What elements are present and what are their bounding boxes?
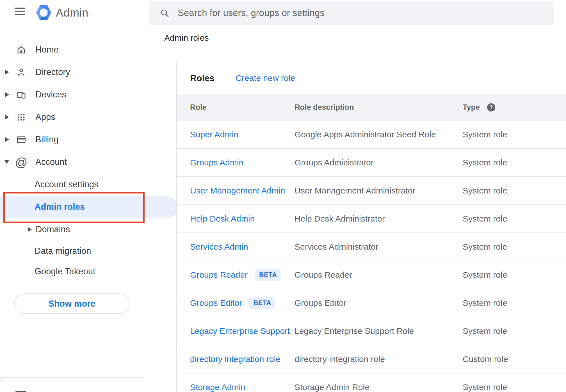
- role-description: Services Administrator: [295, 242, 463, 252]
- role-link[interactable]: directory integration role: [190, 354, 280, 364]
- global-search-bar[interactable]: [149, 1, 554, 25]
- sidebar-item-directory[interactable]: Directory: [0, 61, 149, 83]
- scrollbar-fragment: [0, 378, 4, 382]
- table-row: User Management Admin User Management Ad…: [177, 177, 566, 205]
- role-link[interactable]: Super Admin: [190, 130, 238, 139]
- expand-arrow-icon[interactable]: [5, 92, 9, 97]
- directory-icon: [16, 67, 26, 78]
- sidebar-item-label: Data migration: [35, 246, 91, 256]
- table-row: Help Desk Admin Help Desk Administrator …: [177, 205, 566, 233]
- account-icon: @: [16, 157, 26, 167]
- sidebar-divider: [0, 377, 143, 378]
- role-type: System role: [463, 158, 507, 167]
- header-divider: [149, 48, 566, 48]
- role-type: Custom role: [463, 354, 508, 364]
- sidebar-item-label: Home: [35, 45, 59, 55]
- sidebar-item-label: Directory: [35, 67, 70, 77]
- collapse-arrow-icon[interactable]: [4, 160, 9, 164]
- role-type: System role: [463, 382, 507, 392]
- role-link[interactable]: Services Admin: [190, 242, 248, 252]
- admin-logo-text: Admin: [56, 6, 88, 19]
- clipped-section-icon: [15, 391, 26, 392]
- sidebar-item-label: Account: [35, 157, 67, 167]
- sidebar-item-data-migration[interactable]: Data migration: [0, 241, 149, 261]
- column-header-role: Role: [177, 103, 295, 112]
- role-description: directory integration role: [295, 354, 463, 364]
- sidebar-item-apps[interactable]: Apps: [0, 106, 149, 128]
- billing-icon: [16, 135, 26, 145]
- role-link[interactable]: Groups Reader: [190, 270, 248, 280]
- table-row: Legacy Enterprise Support Legacy Enterpr…: [177, 317, 566, 345]
- breadcrumb: Admin roles: [164, 33, 209, 43]
- sidebar-item-label: Domains: [36, 224, 70, 234]
- table-row: Super Admin Google Apps Administrator Se…: [177, 121, 566, 149]
- beta-badge: BETA: [255, 269, 281, 281]
- expand-arrow-icon[interactable]: [5, 137, 9, 142]
- role-type: System role: [463, 298, 507, 308]
- role-type: System role: [463, 186, 507, 195]
- sidebar-item-domains[interactable]: Domains: [0, 218, 149, 241]
- table-row: Groups Editor BETA Groups Editor System …: [177, 289, 566, 317]
- column-header-role-description: Role description: [295, 103, 463, 112]
- show-more-label: Show more: [48, 299, 95, 309]
- show-more-button[interactable]: Show more: [14, 293, 130, 314]
- admin-logo-hexagon-icon: [36, 5, 51, 20]
- sidebar-item-label: Account settings: [35, 179, 98, 190]
- role-link[interactable]: Groups Editor: [190, 298, 242, 308]
- devices-icon: [16, 90, 26, 100]
- expand-arrow-icon[interactable]: [5, 70, 9, 74]
- table-header-row: Role Role description Type ?: [177, 94, 566, 121]
- role-description: Legacy Enterprise Support Role: [295, 326, 463, 336]
- column-header-type: Type: [463, 103, 480, 112]
- sidebar-item-label: Billing: [35, 135, 59, 145]
- apps-icon: [16, 112, 26, 122]
- role-link[interactable]: Groups Admin: [190, 158, 243, 167]
- roles-card-header: Roles Create new role: [177, 62, 566, 94]
- sidebar: Admin Home Directory: [0, 0, 149, 392]
- sidebar-item-billing[interactable]: Billing: [0, 128, 149, 151]
- search-input[interactable]: [177, 7, 515, 19]
- role-type: System role: [463, 270, 507, 280]
- sidebar-item-account[interactable]: @ Account: [0, 151, 149, 173]
- role-description: Help Desk Administrator: [295, 214, 463, 224]
- sidebar-item-home[interactable]: Home: [0, 38, 149, 61]
- role-description: Groups Administrator: [295, 158, 463, 167]
- role-link[interactable]: Legacy Enterprise Support: [190, 326, 290, 336]
- search-icon: [160, 8, 170, 18]
- sidebar-item-admin-roles-selected[interactable]: Admin roles: [0, 196, 178, 218]
- help-icon[interactable]: ?: [487, 103, 495, 111]
- sidebar-item-label: Devices: [35, 90, 66, 100]
- admin-logo: Admin: [36, 5, 88, 20]
- sidebar-item-devices[interactable]: Devices: [0, 83, 149, 106]
- admin-console-page: { "sidebar": { "logo_text": "Admin", "it…: [0, 0, 566, 392]
- role-description: Storage Admin Role: [295, 382, 463, 392]
- table-row: Storage Admin Storage Admin Role System …: [177, 373, 566, 392]
- expand-arrow-icon[interactable]: [5, 115, 9, 119]
- beta-badge: BETA: [249, 297, 275, 309]
- role-type: System role: [463, 326, 507, 336]
- role-link[interactable]: Storage Admin: [190, 382, 245, 392]
- roles-table-body: Super Admin Google Apps Administrator Se…: [177, 121, 566, 392]
- role-description: User Management Administrator: [295, 186, 463, 195]
- menu-icon[interactable]: [15, 8, 25, 15]
- role-description: Google Apps Administrator Seed Role: [295, 130, 463, 139]
- role-description: Groups Reader: [295, 270, 463, 280]
- table-row: directory integration role directory int…: [177, 345, 566, 373]
- sidebar-nav: Home Directory Devices: [0, 38, 149, 282]
- page-title: Roles: [177, 73, 214, 83]
- sidebar-item-label: Apps: [35, 112, 55, 122]
- home-icon: [16, 45, 26, 55]
- table-row: Services Admin Services Administrator Sy…: [177, 233, 566, 261]
- expand-arrow-icon[interactable]: [28, 227, 32, 232]
- create-new-role-link[interactable]: Create new role: [236, 73, 295, 83]
- sidebar-item-label: Admin roles: [35, 202, 85, 212]
- table-row: Groups Admin Groups Administrator System…: [177, 149, 566, 177]
- roles-card: Roles Create new role Role Role descript…: [176, 62, 566, 392]
- sidebar-item-google-takeout[interactable]: Google Takeout: [0, 261, 149, 282]
- role-link[interactable]: User Management Admin: [190, 186, 285, 195]
- role-type: System role: [463, 130, 507, 139]
- role-link[interactable]: Help Desk Admin: [190, 214, 255, 224]
- role-type: System role: [463, 214, 507, 224]
- sidebar-item-label: Google Takeout: [35, 266, 95, 277]
- sidebar-item-account-settings[interactable]: Account settings: [0, 173, 149, 196]
